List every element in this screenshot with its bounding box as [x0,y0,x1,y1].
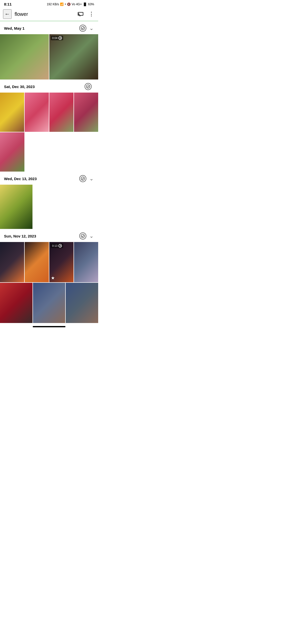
photo-nov12-5[interactable] [0,283,32,323]
mute-icon: 🔇 [67,3,71,6]
star-badge-nov12: ★ [51,275,55,281]
photo-grid-dec30-row1 [0,93,98,132]
photo-dec13-empty [33,185,98,229]
section-wed-dec-13-2023: Wed, Dec 13, 2023 ⌄ [0,172,98,229]
section-wed-may-1: Wed, May 1 ⌄ 0:04 [0,21,98,79]
photo-dec30-5[interactable] [0,132,24,172]
svg-point-2 [81,26,85,30]
network-type: Vo 4G+ [72,3,82,6]
photo-nov12-1[interactable] [0,242,24,282]
photo-nov12-2[interactable] [25,242,49,282]
expand-nov12-button[interactable]: ⌄ [89,232,94,239]
photo-dec30-1[interactable] [0,93,24,132]
status-icons: 192 KB/s 📶 • 🔇 Vo 4G+ ▐▌ 63% [47,3,94,6]
video-duration-may1-2: 0:04 [51,36,63,40]
section-date-dec30: Sat, Dec 30, 2023 [4,85,85,89]
select-nov12-button[interactable] [79,232,86,239]
section-header-dec13: Wed, Dec 13, 2023 ⌄ [0,172,98,185]
section-sat-dec-30-2023: Sat, Dec 30, 2023 [0,79,98,172]
photo-grid-may1: 0:04 [0,34,98,79]
check-circle-icon-dec13 [81,177,85,181]
app-bar: ← flower ⋮ [0,7,98,21]
more-options-button[interactable]: ⋮ [88,10,95,18]
svg-point-5 [81,234,85,238]
photo-grid-nov12-row1: 0:13 ★ [0,242,98,282]
select-dec13-button[interactable] [79,175,86,182]
svg-point-4 [81,177,85,180]
select-may1-button[interactable] [79,25,86,32]
photo-dec30-empty [25,132,98,172]
play-icon-nov12 [58,244,62,248]
check-circle-icon-nov12 [81,234,85,238]
photo-nov12-4[interactable] [74,242,98,282]
photo-nov12-3[interactable]: 0:13 ★ [49,242,74,282]
photo-grid-nov12-row2 [0,283,98,323]
back-button[interactable]: ← [3,9,12,19]
photo-may1-1[interactable] [0,34,49,79]
link-icon: • [65,3,66,6]
cast-icon [78,10,84,16]
home-indicator [33,326,65,327]
photo-may1-2[interactable]: 0:04 [49,34,98,79]
section-date-nov12: Sun, Nov 12, 2023 [4,234,79,238]
photo-grid-dec30-row2 [0,132,98,172]
photo-dec30-2[interactable] [25,93,49,132]
search-title: flower [15,11,74,17]
battery: 63% [88,3,94,6]
photo-dec30-4[interactable] [74,93,98,132]
section-header-may1: Wed, May 1 ⌄ [0,21,98,34]
photo-nov12-6[interactable] [33,283,65,323]
expand-may1-button[interactable]: ⌄ [89,25,94,32]
svg-point-3 [86,85,90,88]
bluetooth-icon: 📶 [60,3,64,6]
photo-dec13-1[interactable] [0,185,32,229]
signal-bars: ▐▌ [83,3,87,6]
photo-grid-dec13 [0,185,98,229]
section-header-dec30: Sat, Dec 30, 2023 [0,79,98,93]
photo-nov12-7[interactable] [66,283,98,323]
section-header-nov12: Sun, Nov 12, 2023 ⌄ [0,229,98,242]
section-date-may1: Wed, May 1 [4,26,79,30]
status-time: 8:11 [4,2,12,6]
section-date-dec13: Wed, Dec 13, 2023 [4,177,79,181]
status-bar: 8:11 192 KB/s 📶 • 🔇 Vo 4G+ ▐▌ 63% [0,0,98,7]
check-circle-icon [81,26,85,30]
section-sun-nov-12-2023: Sun, Nov 12, 2023 ⌄ 0:13 ★ [0,229,98,323]
expand-dec13-button[interactable]: ⌄ [89,175,94,182]
photo-dec30-3[interactable] [49,93,74,132]
cast-button[interactable] [77,9,85,19]
video-duration-nov12-3: 0:13 [51,244,63,248]
network-speed: 192 KB/s [47,3,59,6]
check-circle-icon-dec30 [86,85,90,89]
select-dec30-button[interactable] [85,83,92,90]
play-icon [58,36,62,40]
